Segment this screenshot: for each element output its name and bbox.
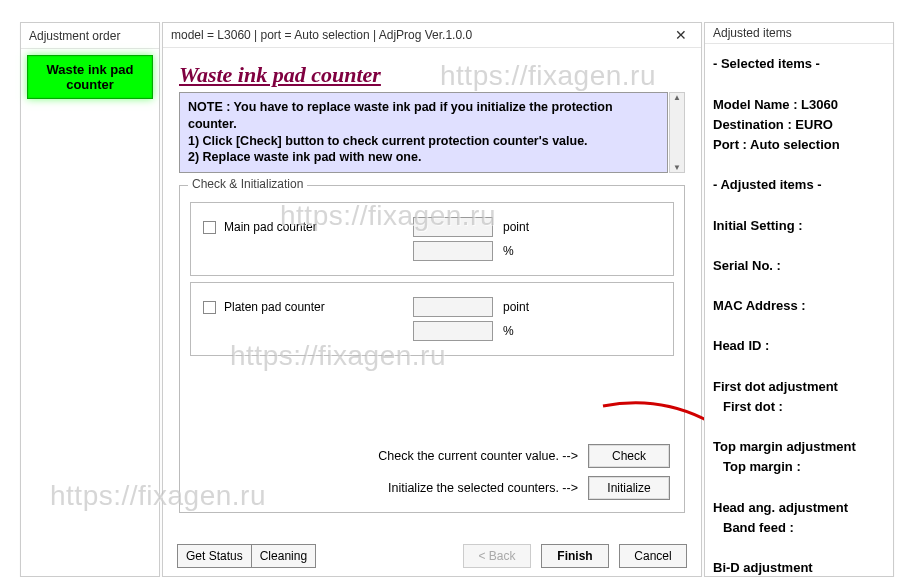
main-pad-label: Main pad counter <box>224 220 317 234</box>
adjusted-items-header: - Adjusted items - <box>713 175 885 195</box>
selected-items-header: - Selected items - <box>713 54 885 74</box>
cancel-button[interactable]: Cancel <box>619 544 687 568</box>
main-pad-point-field <box>413 217 493 237</box>
main-dialog-title: model = L3060 | port = Auto selection | … <box>171 28 669 42</box>
note-line: 2) Replace waste ink pad with new one. <box>188 149 659 166</box>
note-box: NOTE : You have to replace waste ink pad… <box>179 92 668 174</box>
unit-percent: % <box>503 324 514 338</box>
port-line: Port : Auto selection <box>713 135 885 155</box>
head-ang-header: Head ang. adjustment <box>713 498 885 518</box>
adjustment-order-window: Adjustment order Waste ink pad counter <box>20 22 160 577</box>
platen-pad-label: Platen pad counter <box>224 300 325 314</box>
main-pad-percent-field <box>413 241 493 261</box>
initial-setting-line: Initial Setting : <box>713 216 885 236</box>
adjustment-order-titlebar: Adjustment order <box>21 23 159 49</box>
note-line: 1) Click [Check] button to check current… <box>188 133 659 150</box>
serial-line: Serial No. : <box>713 256 885 276</box>
head-id-line: Head ID : <box>713 336 885 356</box>
check-button[interactable]: Check <box>588 444 670 468</box>
check-line-text: Check the current counter value. --> <box>378 449 578 463</box>
unit-point: point <box>503 300 529 314</box>
adjusted-items-title: Adjusted items <box>713 26 885 40</box>
bottom-toolbar: Get Status Cleaning < Back Finish Cancel <box>177 544 687 568</box>
page-heading: Waste ink pad counter <box>179 62 381 87</box>
main-pad-checkbox[interactable] <box>203 221 216 234</box>
scroll-up-icon[interactable]: ▲ <box>673 93 681 102</box>
waste-ink-pad-counter-button[interactable]: Waste ink pad counter <box>27 55 153 99</box>
back-button[interactable]: < Back <box>463 544 531 568</box>
adjusted-items-window: Adjusted items - Selected items - Model … <box>704 22 894 577</box>
first-dot-header: First dot adjustment <box>713 377 885 397</box>
first-dot-line: First dot : <box>713 397 885 417</box>
top-margin-header: Top margin adjustment <box>713 437 885 457</box>
unit-point: point <box>503 220 529 234</box>
destination-line: Destination : EURO <box>713 115 885 135</box>
main-pad-counter-box: Main pad counter point % <box>190 202 674 276</box>
platen-pad-percent-field <box>413 321 493 341</box>
note-scrollbar[interactable]: ▲ ▼ <box>669 92 685 174</box>
platen-pad-checkbox[interactable] <box>203 301 216 314</box>
main-dialog-window: model = L3060 | port = Auto selection | … <box>162 22 702 577</box>
cleaning-button[interactable]: Cleaning <box>251 544 316 568</box>
note-line: NOTE : You have to replace waste ink pad… <box>188 99 659 133</box>
main-dialog-titlebar: model = L3060 | port = Auto selection | … <box>163 23 701 48</box>
mac-line: MAC Address : <box>713 296 885 316</box>
bid-header: Bi-D adjustment <box>713 558 885 576</box>
get-status-button[interactable]: Get Status <box>177 544 251 568</box>
platen-pad-counter-box: Platen pad counter point % <box>190 282 674 356</box>
check-init-fieldset: Check & Initialization Main pad counter … <box>179 185 685 513</box>
adjusted-items-body: - Selected items - Model Name : L3060 De… <box>705 44 893 576</box>
unit-percent: % <box>503 244 514 258</box>
model-line: Model Name : L3060 <box>713 95 885 115</box>
finish-button[interactable]: Finish <box>541 544 609 568</box>
initialize-button[interactable]: Initialize <box>588 476 670 500</box>
adjusted-items-titlebar: Adjusted items <box>705 23 893 44</box>
adjustment-order-title: Adjustment order <box>29 29 151 43</box>
fieldset-legend: Check & Initialization <box>188 177 307 191</box>
initialize-line-text: Initialize the selected counters. --> <box>388 481 578 495</box>
band-feed-line: Band feed : <box>713 518 885 538</box>
platen-pad-point-field <box>413 297 493 317</box>
top-margin-line: Top margin : <box>713 457 885 477</box>
scroll-down-icon[interactable]: ▼ <box>673 163 681 172</box>
close-icon[interactable]: ✕ <box>669 27 693 43</box>
